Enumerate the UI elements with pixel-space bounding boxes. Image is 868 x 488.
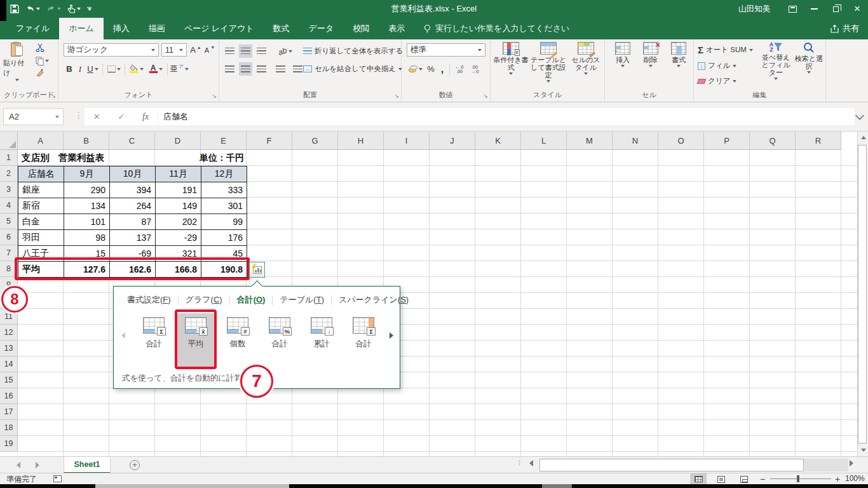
ribbon-tab-5[interactable]: 数式 <box>264 18 299 39</box>
column-header-P[interactable]: P <box>704 132 750 150</box>
column-header-R[interactable]: R <box>796 132 841 150</box>
cancel-button[interactable]: ✕ <box>93 112 100 121</box>
bold-button[interactable]: B <box>64 62 75 76</box>
percent-style-button[interactable]: % <box>424 62 437 76</box>
column-header-K[interactable]: K <box>475 132 521 150</box>
sheet-nav-left-icon[interactable] <box>17 462 20 468</box>
table-cell[interactable]: -29 <box>156 230 201 246</box>
sort-filter-button[interactable]: AZ 並べ替えとフィルター <box>759 42 793 80</box>
increase-font-button[interactable]: A▲ <box>189 43 202 57</box>
column-header-H[interactable]: H <box>338 132 384 150</box>
close-button[interactable]: × <box>846 0 868 18</box>
row-header-15[interactable]: 15 <box>0 372 18 388</box>
table-cell[interactable]: 290 <box>64 182 110 198</box>
new-sheet-button[interactable]: + <box>130 460 140 470</box>
qa-item-2-個数[interactable]: #個数 <box>219 313 256 367</box>
view-page-layout-button[interactable] <box>713 473 729 485</box>
qa-item-4-累計[interactable]: ↓累計 <box>303 313 340 367</box>
align-middle-button[interactable] <box>239 44 252 58</box>
column-header-I[interactable]: I <box>384 132 430 150</box>
table-cell[interactable]: 301 <box>201 198 247 214</box>
table-cell[interactable]: 333 <box>201 182 247 198</box>
horizontal-scroll-thumb[interactable] <box>539 459 804 471</box>
quick-analysis-button[interactable] <box>249 262 265 278</box>
table-cell[interactable]: 134 <box>64 198 110 214</box>
scroll-right-icon[interactable] <box>390 332 393 339</box>
row-header-5[interactable]: 5 <box>0 214 18 229</box>
ribbon-tab-8[interactable]: 表示 <box>379 18 414 39</box>
number-format-select[interactable]: 標準 <box>407 43 485 57</box>
table-header-cell[interactable]: 11月 <box>156 166 201 182</box>
table-cell[interactable]: 銀座 <box>18 182 64 198</box>
table-header-cell[interactable]: 12月 <box>201 166 247 182</box>
cell-a1-title[interactable]: 支店別 営業利益表 <box>22 150 105 166</box>
table-cell[interactable]: 149 <box>156 198 201 214</box>
column-header-C[interactable]: C <box>109 132 155 150</box>
table-header-cell[interactable]: 店舗名 <box>18 166 64 182</box>
row-header-17[interactable]: 17 <box>0 404 18 420</box>
formula-bar-expand-icon[interactable] <box>855 111 864 120</box>
align-left-button[interactable] <box>223 62 236 76</box>
column-header-M[interactable]: M <box>567 132 613 150</box>
zoom-level[interactable]: 100% <box>845 474 865 483</box>
ribbon-tab-7[interactable]: 校閲 <box>343 18 379 39</box>
borders-button[interactable] <box>105 62 123 76</box>
zoom-slider-thumb[interactable] <box>797 475 799 482</box>
ribbon-tab-4[interactable]: ページ レイアウト <box>175 18 264 39</box>
vertical-scroll-thumb[interactable] <box>858 145 867 444</box>
column-header-D[interactable]: D <box>155 132 201 150</box>
restore-button[interactable] <box>825 0 846 18</box>
fill-color-button[interactable] <box>127 62 146 76</box>
ribbon-tab-0[interactable]: ファイル <box>6 18 59 39</box>
table-cell[interactable]: 99 <box>201 214 247 230</box>
format-as-table-button[interactable]: テーブルとして書式設定 <box>530 42 567 83</box>
font-dialog-launcher[interactable]: ↘ <box>212 93 217 99</box>
row-header-6[interactable]: 6 <box>0 229 18 245</box>
decrease-font-button[interactable]: A▼ <box>203 43 216 57</box>
row-header-18[interactable]: 18 <box>0 420 18 436</box>
comma-style-button[interactable]: , <box>437 62 447 76</box>
column-header-J[interactable]: J <box>430 132 475 150</box>
table-cell[interactable]: 264 <box>110 198 156 214</box>
wrap-text-button[interactable]: 折り返して全体を表示する <box>303 44 403 58</box>
clear-button[interactable]: クリア <box>698 74 736 88</box>
fill-button[interactable]: ↓ フィル <box>698 59 736 72</box>
table-cell[interactable]: 羽田 <box>18 230 64 246</box>
tab-split-handle[interactable]: ⁞ <box>519 460 520 465</box>
qa-tab-1[interactable]: グラフ(C) <box>179 294 229 306</box>
row-header-3[interactable]: 3 <box>0 182 18 198</box>
sheet-nav-right-icon[interactable] <box>36 462 39 468</box>
qa-tab-4[interactable]: スパークライン(S) <box>332 294 416 306</box>
ribbon-tab-1[interactable]: ホーム <box>59 18 104 39</box>
align-bottom-button[interactable] <box>255 44 268 58</box>
underline-button[interactable]: U <box>85 62 100 76</box>
row-header-16[interactable]: 16 <box>0 388 18 404</box>
decrease-decimal-button[interactable]: .00→.0 <box>467 62 482 76</box>
zoom-in-button[interactable]: + <box>835 474 840 484</box>
accounting-format-button[interactable] <box>407 62 424 76</box>
column-header-B[interactable]: B <box>64 132 109 150</box>
ribbon-tab-2[interactable]: 挿入 <box>104 18 139 39</box>
share-button[interactable]: 共有 <box>830 18 868 39</box>
select-all-button[interactable] <box>0 132 18 150</box>
column-header-E[interactable]: E <box>201 132 247 150</box>
cell-styles-button[interactable]: セルのスタイル <box>569 42 602 75</box>
column-header-O[interactable]: O <box>658 132 704 150</box>
minimize-button[interactable] <box>803 0 825 18</box>
align-right-button[interactable] <box>255 62 268 76</box>
table-cell[interactable]: 白金 <box>18 214 64 230</box>
align-center-button[interactable] <box>239 62 252 76</box>
qa-item-3-合計[interactable]: %合計 <box>261 313 298 367</box>
format-cells-button[interactable]: ↔ 書式 <box>666 42 691 67</box>
font-name-select[interactable]: 游ゴシック <box>64 43 159 57</box>
format-painter-button[interactable] <box>36 69 49 78</box>
phonetic-button[interactable]: 亜ア <box>170 62 189 76</box>
name-box-caret[interactable] <box>55 116 59 118</box>
font-size-select[interactable]: 11 <box>161 43 187 57</box>
increase-indent-button[interactable] <box>291 62 304 76</box>
font-color-button[interactable]: A <box>146 62 165 76</box>
user-name[interactable]: 山田知美 <box>727 4 782 15</box>
insert-cells-button[interactable]: ← 挿入 <box>610 42 635 67</box>
view-page-break-button[interactable] <box>736 473 752 485</box>
table-cell[interactable]: 176 <box>201 230 247 246</box>
